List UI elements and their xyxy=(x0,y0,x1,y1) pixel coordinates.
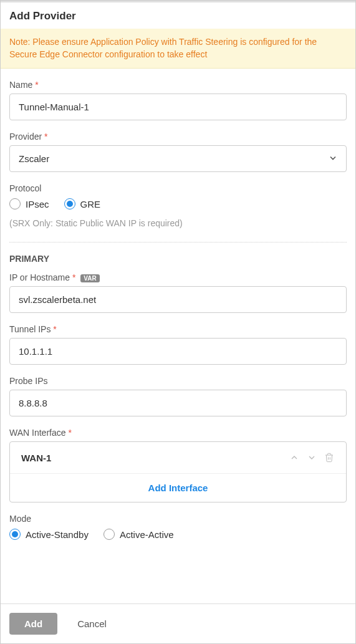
name-input[interactable] xyxy=(9,94,347,120)
protocol-radio-ipsec[interactable]: IPsec xyxy=(9,198,49,209)
mode-radio-active-standby[interactable]: Active-Standby xyxy=(9,529,89,540)
mode-label: Mode xyxy=(9,514,347,524)
add-button[interactable]: Add xyxy=(9,613,57,635)
radio-label: Active-Standby xyxy=(26,529,89,540)
radio-label: IPsec xyxy=(26,199,49,209)
wan-interface-name: WAN-1 xyxy=(21,453,51,463)
divider xyxy=(9,242,347,243)
mode-radio-active-active[interactable]: Active-Active xyxy=(103,529,174,540)
radio-label: Active-Active xyxy=(120,529,174,540)
radio-icon xyxy=(103,529,115,540)
add-interface-button[interactable]: Add Interface xyxy=(10,474,346,502)
provider-select[interactable]: Zscaler xyxy=(9,145,347,172)
tunnel-ips-label: Tunnel IPs * xyxy=(9,324,347,334)
trash-icon[interactable] xyxy=(324,452,335,463)
page-title: Add Provider xyxy=(9,10,347,22)
ip-hostname-input[interactable] xyxy=(9,286,347,313)
tunnel-ips-input[interactable] xyxy=(9,338,347,365)
wan-interface-row[interactable]: WAN-1 xyxy=(10,442,346,474)
warning-note: Note: Please ensure Application Policy w… xyxy=(1,29,355,69)
name-label: Name * xyxy=(9,80,347,90)
wan-interface-label: WAN Interface * xyxy=(9,428,347,438)
radio-icon xyxy=(9,529,21,540)
var-badge: VAR xyxy=(80,274,99,282)
chevron-up-icon[interactable] xyxy=(289,452,300,463)
protocol-radio-gre[interactable]: GRE xyxy=(64,198,101,209)
cancel-button[interactable]: Cancel xyxy=(77,618,107,629)
radio-icon xyxy=(9,198,21,209)
chevron-down-icon[interactable] xyxy=(306,452,317,463)
radio-icon xyxy=(64,198,75,209)
protocol-label: Protocol xyxy=(9,183,347,193)
ip-hostname-label: IP or Hostname * VAR xyxy=(9,272,347,282)
probe-ips-input[interactable] xyxy=(9,390,347,416)
primary-heading: PRIMARY xyxy=(9,254,347,264)
probe-ips-label: Probe IPs xyxy=(9,376,347,386)
radio-label: GRE xyxy=(80,199,101,209)
provider-label: Provider * xyxy=(9,132,347,142)
protocol-hint: (SRX Only: Static Public WAN IP is requi… xyxy=(9,218,347,228)
